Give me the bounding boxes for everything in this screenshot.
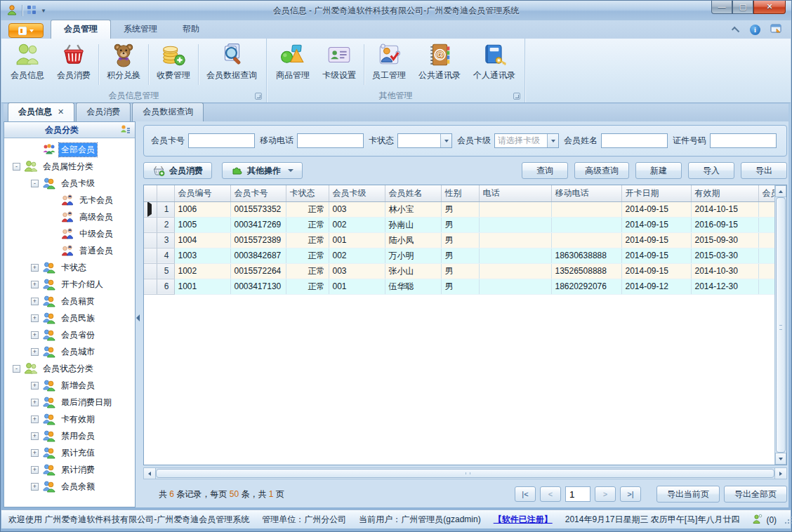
collapse-icon[interactable]: - xyxy=(13,365,20,373)
resize-grip[interactable] xyxy=(784,516,792,524)
tree-item[interactable]: 普通会员 xyxy=(4,242,135,259)
tree-item[interactable]: +会员民族 xyxy=(4,310,135,326)
quick-access-grid-icon[interactable] xyxy=(27,5,37,17)
category-settings-icon[interactable] xyxy=(119,124,131,135)
table-row[interactable]: 610010003417130正常001伍华聪男186202920762014-… xyxy=(144,279,774,294)
expand-icon[interactable]: + xyxy=(31,466,39,474)
member-info-button[interactable]: 会员信息 xyxy=(4,40,51,89)
tree-item[interactable]: +会员省份 xyxy=(4,326,135,343)
card-level-select[interactable]: 请选择卡级 xyxy=(494,133,559,148)
tree-item[interactable]: +累计充值 xyxy=(4,444,135,461)
minimize-button[interactable]: — xyxy=(711,1,732,14)
expand-icon[interactable]: + xyxy=(31,432,39,440)
tree-item[interactable]: +最后消费日期 xyxy=(4,394,135,411)
expand-icon[interactable]: + xyxy=(31,415,39,423)
tree-item[interactable]: +卡有效期 xyxy=(4,411,135,427)
horizontal-scrollbar[interactable] xyxy=(143,467,787,479)
expand-icon[interactable]: + xyxy=(31,483,39,491)
new-button[interactable]: 新建 xyxy=(635,162,682,179)
tree-item[interactable]: +会员余额 xyxy=(4,478,135,495)
tree-item[interactable]: +卡状态 xyxy=(4,259,135,276)
expand-icon[interactable]: + xyxy=(31,331,39,339)
export-button[interactable]: 导出 xyxy=(741,162,787,179)
feedback-icon[interactable] xyxy=(770,23,782,36)
dialog-launcher-icon[interactable] xyxy=(255,93,262,100)
table-row[interactable]: 310040015572389正常001陆小凤男2014-09-152015-0… xyxy=(144,232,774,248)
table-row[interactable]: 110060015573352正常003林小宝男2014-09-152014-1… xyxy=(144,201,774,217)
sidebar-splitter[interactable] xyxy=(136,121,140,507)
collapse-ribbon-icon[interactable] xyxy=(732,27,739,34)
expand-icon[interactable]: + xyxy=(31,314,39,322)
expand-icon[interactable]: + xyxy=(31,449,39,457)
maximize-button[interactable]: ▢ xyxy=(732,1,753,14)
column-header[interactable]: 电话 xyxy=(479,185,551,201)
quick-access-dropdown-icon[interactable]: ▼ xyxy=(41,8,46,14)
tree-item[interactable]: +累计消费 xyxy=(4,461,135,478)
ribbon-tab-help[interactable]: 帮助 xyxy=(170,20,212,39)
tree-item[interactable]: 高级会员 xyxy=(4,208,135,225)
query-button[interactable]: 查询 xyxy=(522,162,568,179)
last-page-button[interactable]: >| xyxy=(620,486,641,502)
registered-link[interactable]: 【软件已注册】 xyxy=(494,514,553,526)
chevron-down-icon[interactable] xyxy=(547,134,558,147)
member-name-input[interactable] xyxy=(601,133,668,148)
expand-icon[interactable]: + xyxy=(31,399,39,406)
personal-contacts-button[interactable]: 个人通讯录 xyxy=(467,40,522,89)
member-consume-button[interactable]: 会员消费 xyxy=(143,162,212,179)
import-button[interactable]: 导入 xyxy=(688,162,734,179)
column-header[interactable]: 会员姓名 xyxy=(385,185,441,201)
scroll-up-icon[interactable] xyxy=(775,185,786,197)
scroll-left-icon[interactable] xyxy=(144,468,156,479)
doc-tab-member-consume[interactable]: 会员消费 xyxy=(76,102,131,121)
export-current-page-button[interactable]: 导出当前页 xyxy=(656,486,720,503)
chevron-down-icon[interactable] xyxy=(440,134,451,147)
close-button[interactable]: ✕ xyxy=(753,1,786,14)
page-number-input[interactable] xyxy=(565,486,590,502)
online-user-icon[interactable] xyxy=(752,514,763,526)
first-page-button[interactable]: |< xyxy=(515,486,536,502)
tree-item[interactable]: -会员属性分类 xyxy=(4,158,135,175)
tree-item[interactable]: 全部会员 xyxy=(4,141,135,158)
vertical-scroll-thumb[interactable] xyxy=(776,197,786,453)
tree-item[interactable]: -会员卡级 xyxy=(4,175,135,192)
prev-page-button[interactable]: < xyxy=(540,486,561,502)
staff-management-button[interactable]: 员工管理 xyxy=(366,40,412,89)
scroll-down-icon[interactable] xyxy=(775,453,786,465)
other-operations-button[interactable]: 其他操作 xyxy=(222,162,303,179)
column-header[interactable]: 有效期 xyxy=(691,185,758,201)
mobile-input[interactable] xyxy=(297,133,364,148)
expand-icon[interactable]: + xyxy=(31,348,39,356)
card-status-select[interactable] xyxy=(397,133,452,148)
expand-icon[interactable]: + xyxy=(31,264,39,272)
tree-item[interactable]: +会员城市 xyxy=(4,343,135,360)
column-header[interactable]: 性别 xyxy=(441,185,479,201)
column-header[interactable]: 移动电话 xyxy=(551,185,621,201)
id-number-input[interactable] xyxy=(710,133,777,148)
tree-item[interactable]: +禁用会员 xyxy=(4,427,135,444)
column-header[interactable]: 卡状态 xyxy=(286,185,329,201)
column-header[interactable]: 开卡日期 xyxy=(621,185,691,201)
horizontal-scroll-thumb[interactable] xyxy=(156,469,774,478)
tree-item[interactable]: -会员状态分类 xyxy=(4,360,135,377)
tree-item[interactable]: 中级会员 xyxy=(4,225,135,242)
expand-icon[interactable]: + xyxy=(31,281,39,288)
expand-icon[interactable]: + xyxy=(31,298,39,305)
app-menu-button[interactable] xyxy=(8,23,44,38)
doc-tab-member-info[interactable]: 会员信息 ✕ xyxy=(8,102,74,121)
card-level-settings-button[interactable]: 卡级设置 xyxy=(316,40,362,89)
table-row[interactable]: 510020015572264正常003张小山男135265088882014-… xyxy=(144,263,774,279)
member-consume-button-ribbon[interactable]: 会员消费 xyxy=(51,40,97,89)
export-all-pages-button[interactable]: 导出全部页 xyxy=(724,486,787,503)
points-exchange-button[interactable]: 积分兑换 xyxy=(100,40,147,89)
ribbon-tab-member-mgmt[interactable]: 会员管理 xyxy=(51,20,111,39)
member-data-query-button[interactable]: 会员数据查询 xyxy=(200,40,263,89)
column-header[interactable]: 会员卡号 xyxy=(230,185,286,201)
info-icon[interactable]: i xyxy=(750,25,760,35)
doc-tab-member-data-query[interactable]: 会员数据查询 xyxy=(132,102,204,121)
card-no-input[interactable] xyxy=(188,133,255,148)
dialog-launcher-icon[interactable] xyxy=(513,93,520,100)
collapse-icon[interactable]: - xyxy=(31,180,39,187)
tree-item[interactable]: +新增会员 xyxy=(4,377,135,394)
table-row[interactable]: 410030003842687正常002万小明男186306388882014-… xyxy=(144,248,774,263)
expand-icon[interactable]: + xyxy=(31,382,39,390)
